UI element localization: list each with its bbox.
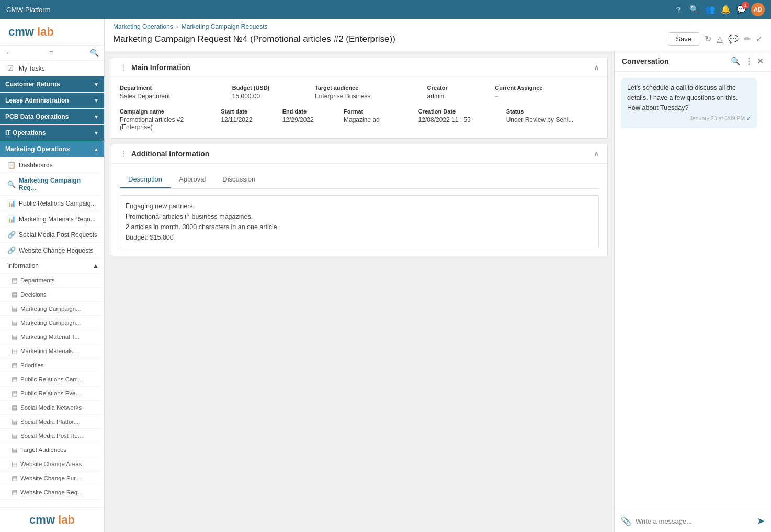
- chevron-down-icon: ▼: [94, 114, 99, 120]
- tab-approval[interactable]: Approval: [171, 171, 214, 188]
- field-label-creation-date: Creation Date: [418, 108, 498, 115]
- prc-sub-label: Public Relations Cam...: [20, 376, 83, 382]
- refresh-icon[interactable]: ↻: [705, 34, 711, 44]
- customer-returns-label: Customer Returns: [5, 81, 60, 88]
- smpr-label: Social Media Post Requests: [19, 231, 97, 239]
- sidebar-sub-item-mm[interactable]: ▤ Marketing Materials ...: [0, 344, 104, 358]
- avatar[interactable]: AD: [751, 3, 765, 16]
- edit-icon[interactable]: ✏: [744, 34, 751, 44]
- sidebar-sub-item-smpr-sub[interactable]: ▤ Social Media Post Re...: [0, 429, 104, 443]
- attach-icon[interactable]: 📎: [621, 516, 631, 526]
- sidebar-item-mcr[interactable]: 🔍 Marketing Campaign Req...: [0, 173, 104, 196]
- conversation-more-icon[interactable]: ⋮: [745, 56, 753, 66]
- table-icon: ▤: [12, 404, 17, 411]
- additional-info-header[interactable]: ⋮ Additional Information ∧: [111, 144, 607, 164]
- sidebar-sub-item-smn[interactable]: ▤ Social Media Networks: [0, 401, 104, 415]
- app-title: CMW Platform: [6, 6, 51, 14]
- logo-text: cmw lab: [8, 25, 54, 38]
- conversation-title: Conversation: [622, 57, 668, 65]
- sidebar-sub-item-departments[interactable]: ▤ Departments: [0, 274, 104, 288]
- list-icon[interactable]: ≡: [49, 49, 53, 57]
- sidebar-sub-item-mc2[interactable]: ▤ Marketing Campaign...: [0, 316, 104, 330]
- sidebar-sub-item-smp[interactable]: ▤ Social Media Platfor...: [0, 415, 104, 429]
- sidebar-section-marketing-ops[interactable]: Marketing Operations ▲: [0, 141, 104, 157]
- top-bar: CMW Platform ? 🔍 👥 🔔 💬 1 AD: [0, 0, 771, 19]
- sidebar-sub-item-pre[interactable]: ▤ Public Relations Eve...: [0, 387, 104, 401]
- field-campaign-name: Campaign name Promotional articles #2 (E…: [120, 108, 212, 131]
- sidebar-sub-item-mc1[interactable]: ▤ Marketing Campaign...: [0, 302, 104, 316]
- sidebar-item-mmr[interactable]: 📊 Marketing Materials Requ...: [0, 211, 104, 227]
- additional-card-header-left: ⋮ Additional Information: [120, 150, 209, 158]
- sidebar-sub-item-decisions[interactable]: ▤ Decisions: [0, 288, 104, 302]
- sidebar-search-icon[interactable]: 🔍: [90, 49, 99, 57]
- sidebar-sub-item-ta[interactable]: ▤ Target Audiences: [0, 443, 104, 457]
- sidebar-item-my-tasks[interactable]: ☑ My Tasks: [0, 61, 104, 76]
- mmt-label: Marketing Material T...: [20, 334, 80, 340]
- sidebar-sub-item-wcr-sub[interactable]: ▤ Website Change Req...: [0, 485, 104, 500]
- field-start-date: Start date 12/11/2022: [221, 108, 274, 131]
- sidebar-section-lease-admin[interactable]: Lease Administration ▼: [0, 93, 104, 109]
- pre-label: Public Relations Eve...: [20, 390, 81, 397]
- top-bar-icons: ? 🔍 👥 🔔 💬 1 AD: [673, 3, 765, 16]
- sidebar-item-dashboards[interactable]: 📋 Dashboards: [0, 157, 104, 173]
- sidebar-sub-item-wcp[interactable]: ▤ Website Change Pur...: [0, 471, 104, 485]
- save-button[interactable]: Save: [668, 32, 699, 46]
- sidebar-section-pcb-ops[interactable]: PCB Data Operations ▼: [0, 109, 104, 125]
- sidebar-section-information[interactable]: Information ▲: [0, 258, 104, 274]
- main-info-card: ⋮ Main Information ∧ Department Sales De…: [111, 58, 608, 139]
- dashboard-icon: 📋: [7, 161, 16, 169]
- sidebar-section-customer-returns[interactable]: Customer Returns ▼: [0, 76, 104, 93]
- collapse-icon[interactable]: ∧: [594, 150, 599, 158]
- sidebar-footer: cmw lab: [0, 507, 104, 532]
- field-value-end-date: 12/29/2022: [282, 116, 335, 123]
- tab-discussion[interactable]: Discussion: [214, 171, 264, 188]
- sidebar-section-it-ops[interactable]: IT Operations ▼: [0, 125, 104, 141]
- field-label-format: Format: [344, 108, 410, 115]
- field-value-campaign-name: Promotional articles #2 (Enterprise): [120, 116, 212, 131]
- conversation-search-icon[interactable]: 🔍: [731, 56, 741, 66]
- people-icon[interactable]: 👥: [704, 4, 716, 15]
- conversation-close-icon[interactable]: ✕: [757, 56, 764, 66]
- dashboards-label: Dashboards: [19, 162, 53, 169]
- message-input[interactable]: [636, 517, 753, 525]
- back-icon[interactable]: ←: [5, 49, 13, 57]
- breadcrumb-mcr[interactable]: Marketing Campaign Requests: [182, 23, 268, 30]
- wcr-sub-label: Website Change Req...: [20, 489, 83, 495]
- table-icon: ▤: [12, 432, 17, 439]
- search-icon[interactable]: 🔍: [688, 4, 700, 15]
- message-time: January 23 at 6:09 PM ✓: [627, 115, 751, 123]
- sidebar-sub-item-prc[interactable]: ▤ Public Relations Cam...: [0, 372, 104, 387]
- breadcrumb-separator: ›: [176, 23, 178, 30]
- sidebar-sub-item-wca[interactable]: ▤ Website Change Areas: [0, 457, 104, 471]
- field-value-budget: 15,000.00: [232, 93, 307, 100]
- table-icon: ▤: [12, 460, 17, 468]
- messages-icon[interactable]: 💬 1: [735, 4, 747, 15]
- field-end-date: End date 12/29/2022: [282, 108, 335, 131]
- wcr-label: Website Change Requests: [19, 247, 94, 254]
- table-icon: ▤: [12, 390, 17, 397]
- tab-description[interactable]: Description: [120, 171, 171, 188]
- field-value-status: Under Review by Seni...: [506, 116, 599, 123]
- page-title: Marketing Campaign Request №4 (Promotion…: [113, 34, 395, 44]
- send-icon[interactable]: ➤: [757, 515, 765, 527]
- warning-icon[interactable]: △: [717, 34, 723, 44]
- additional-info-title: Additional Information: [131, 150, 209, 158]
- sidebar-sub-item-mmt[interactable]: ▤ Marketing Material T...: [0, 330, 104, 344]
- sidebar-item-smpr[interactable]: 🔗 Social Media Post Requests: [0, 227, 104, 243]
- breadcrumb-marketing-ops[interactable]: Marketing Operations: [113, 23, 173, 30]
- chart-icon: 📊: [7, 199, 16, 207]
- help-icon[interactable]: ?: [673, 4, 684, 15]
- sidebar-sub-item-priorities[interactable]: ▤ Priorities: [0, 358, 104, 372]
- bell-icon[interactable]: 🔔: [720, 4, 731, 15]
- tabs: Description Approval Discussion: [120, 171, 599, 189]
- collapse-icon[interactable]: ∧: [594, 63, 599, 72]
- conversation-footer: 📎 ➤: [615, 510, 771, 532]
- comment-icon[interactable]: 💬: [728, 34, 739, 44]
- main-info-header[interactable]: ⋮ Main Information ∧: [111, 58, 607, 77]
- check-icon[interactable]: ✓: [756, 34, 763, 44]
- header-actions: Save ↻ △ 💬 ✏ ✓: [668, 32, 763, 46]
- marketing-ops-label: Marketing Operations: [5, 145, 70, 153]
- sidebar-item-prc[interactable]: 📊 Public Relations Campaig...: [0, 196, 104, 211]
- sidebar-item-wcr[interactable]: 🔗 Website Change Requests: [0, 243, 104, 258]
- field-creator: Creator admin: [427, 85, 487, 100]
